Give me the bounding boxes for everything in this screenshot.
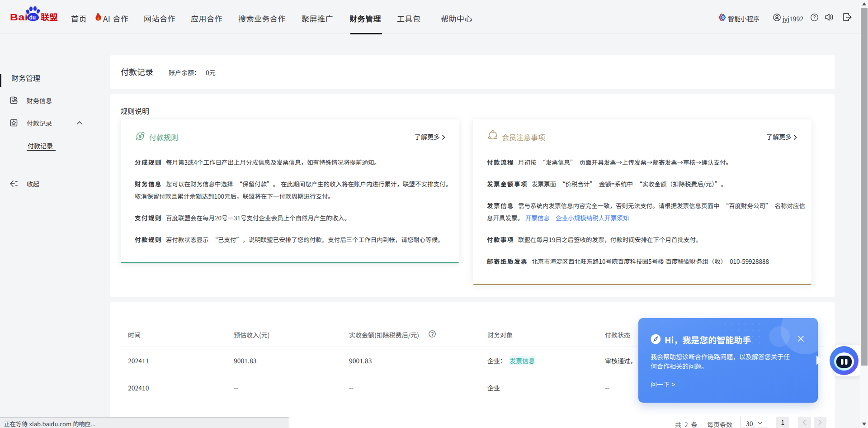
svg-text:?: ?	[431, 331, 434, 337]
svg-text:?: ?	[813, 14, 816, 20]
svg-text:Bai: Bai	[10, 12, 28, 23]
svg-text:du: du	[29, 14, 36, 21]
svg-text:联盟: 联盟	[41, 10, 58, 23]
